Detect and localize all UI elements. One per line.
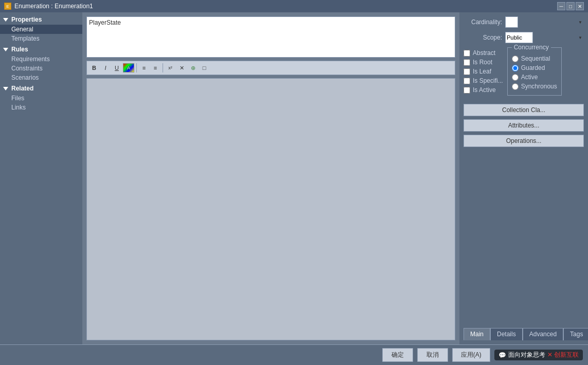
- close-button[interactable]: ✕: [576, 2, 584, 10]
- synchronous-label: Synchronous: [521, 83, 557, 90]
- related-header[interactable]: Related: [0, 83, 82, 94]
- watermark-logo: ✕ 创新互联: [547, 351, 579, 359]
- apply-button[interactable]: 应用(A): [452, 348, 490, 362]
- separator-1: [136, 63, 137, 72]
- properties-label: Properties: [11, 16, 42, 23]
- sidebar-item-links[interactable]: Links: [0, 103, 82, 112]
- window-title: Enumeration : Enumeration1: [14, 3, 93, 10]
- guarded-label: Guarded: [521, 64, 545, 71]
- rules-triangle: [3, 48, 8, 51]
- scope-select[interactable]: Public Private Protected Package: [505, 32, 533, 43]
- minimize-button[interactable]: ─: [557, 2, 565, 10]
- link-button[interactable]: ⊕: [188, 63, 198, 73]
- sidebar-item-files[interactable]: Files: [0, 94, 82, 103]
- concurrency-group: Concurrency Sequential Guarded Active: [507, 47, 562, 96]
- underline-button[interactable]: U: [112, 63, 122, 73]
- active-row: Active: [512, 74, 557, 81]
- sidebar-item-templates[interactable]: Templates: [0, 34, 82, 43]
- main-window: E Enumeration : Enumeration1 ─ □ ✕ Prope…: [0, 0, 588, 365]
- is-root-row: Is Root: [464, 59, 503, 66]
- guarded-radio[interactable]: [512, 65, 519, 71]
- abstract-label: Abstract: [473, 49, 495, 57]
- action-buttons: Collection Cla... Attributes... Operatio…: [464, 104, 584, 147]
- is-leaf-row: Is Leaf: [464, 68, 503, 75]
- tab-tags[interactable]: Tags: [563, 328, 588, 340]
- is-active-checkbox[interactable]: [464, 87, 470, 94]
- sub-button[interactable]: x²: [165, 63, 175, 73]
- right-panel-spacer: [464, 151, 584, 324]
- is-active-label: Is Active: [473, 86, 496, 94]
- tab-main[interactable]: Main: [464, 328, 490, 340]
- properties-triangle: [3, 18, 8, 22]
- sequential-radio[interactable]: [512, 56, 519, 62]
- main-content: Properties General Templates Rules Requi…: [0, 12, 588, 344]
- abstract-row: Abstract: [464, 49, 503, 57]
- synchronous-row: Synchronous: [512, 83, 557, 90]
- abstract-checkbox[interactable]: [464, 50, 470, 57]
- editor-area[interactable]: [86, 78, 455, 340]
- operations-button[interactable]: Operations...: [464, 135, 584, 147]
- is-active-row: Is Active: [464, 86, 503, 94]
- active-radio[interactable]: [512, 74, 519, 81]
- scope-label: Scope:: [464, 34, 502, 41]
- color-icon: A: [127, 65, 130, 70]
- cardinality-label: Cardinality:: [464, 19, 502, 26]
- middle-area: Abstract Is Root Is Leaf Is Specifi...: [464, 47, 584, 96]
- watermark: 💬 面向对象思考 ✕ 创新互联: [494, 350, 583, 360]
- italic-button[interactable]: I: [100, 63, 111, 73]
- is-specifi-label: Is Specifi...: [473, 77, 503, 84]
- window-icon: E: [4, 3, 11, 10]
- cardinality-row: Cardinality: 0..1 1 0..* 1..*: [464, 16, 584, 28]
- title-bar-left: E Enumeration : Enumeration1: [4, 3, 93, 10]
- list2-button[interactable]: ≡: [150, 63, 161, 73]
- title-bar: E Enumeration : Enumeration1 ─ □ ✕: [0, 0, 588, 12]
- rules-label: Rules: [11, 46, 28, 53]
- is-leaf-checkbox[interactable]: [464, 68, 470, 75]
- cardinality-wrapper: 0..1 1 0..* 1..*: [505, 16, 584, 28]
- active-label: Active: [521, 74, 538, 81]
- right-panel: Cardinality: 0..1 1 0..* 1..* Scope:: [459, 12, 588, 344]
- sequential-label: Sequential: [521, 55, 550, 62]
- tab-advanced[interactable]: Advanced: [523, 328, 563, 340]
- cancel-button[interactable]: 取消: [417, 348, 448, 362]
- synchronous-radio[interactable]: [512, 83, 519, 90]
- sidebar-item-scenarios[interactable]: Scenarios: [0, 73, 82, 82]
- maximize-button[interactable]: □: [566, 2, 575, 10]
- sidebar-item-general[interactable]: General: [0, 25, 82, 34]
- sidebar-item-constraints[interactable]: Constraints: [0, 64, 82, 73]
- bottom-tabs: Main Details Advanced Tags: [464, 328, 584, 340]
- color-picker[interactable]: A: [123, 63, 134, 72]
- sidebar: Properties General Templates Rules Requi…: [0, 12, 82, 344]
- watermark-icon: 💬: [498, 352, 506, 359]
- cardinality-select[interactable]: 0..1 1 0..* 1..*: [505, 16, 518, 28]
- tab-details[interactable]: Details: [490, 328, 523, 340]
- list1-button[interactable]: ≡: [139, 63, 149, 73]
- is-leaf-label: Is Leaf: [473, 68, 491, 75]
- related-triangle: [3, 87, 8, 90]
- delete-button[interactable]: ✕: [176, 63, 187, 73]
- bottom-bar: 确定 取消 应用(A) 💬 面向对象思考 ✕ 创新互联: [0, 344, 588, 365]
- properties-header[interactable]: Properties: [0, 14, 82, 25]
- is-root-checkbox[interactable]: [464, 59, 470, 66]
- scope-row: Scope: Public Private Protected Package: [464, 32, 584, 43]
- attributes-button[interactable]: Attributes...: [464, 119, 584, 132]
- view-button[interactable]: □: [199, 63, 209, 73]
- checkboxes-area: Abstract Is Root Is Leaf Is Specifi...: [464, 47, 503, 96]
- is-specifi-checkbox[interactable]: [464, 78, 470, 84]
- guarded-row: Guarded: [512, 64, 557, 71]
- concurrency-legend: Concurrency: [512, 44, 551, 51]
- rules-header[interactable]: Rules: [0, 44, 82, 54]
- confirm-button[interactable]: 确定: [382, 348, 413, 362]
- rules-group: Rules Requirements Constraints Scenarios: [0, 44, 82, 82]
- collection-button[interactable]: Collection Cla...: [464, 104, 584, 116]
- bold-button[interactable]: B: [89, 63, 99, 73]
- name-area[interactable]: PlayerState: [86, 16, 455, 58]
- sidebar-item-requirements[interactable]: Requirements: [0, 54, 82, 64]
- title-bar-controls: ─ □ ✕: [557, 2, 584, 10]
- sequential-row: Sequential: [512, 55, 557, 62]
- name-input[interactable]: PlayerState: [89, 19, 453, 26]
- center-panel: PlayerState B I U A ≡ ≡ x² ✕ ⊕ □: [82, 12, 459, 344]
- related-group: Related Files Links: [0, 83, 82, 112]
- is-root-label: Is Root: [473, 59, 492, 66]
- is-specifi-row: Is Specifi...: [464, 77, 503, 84]
